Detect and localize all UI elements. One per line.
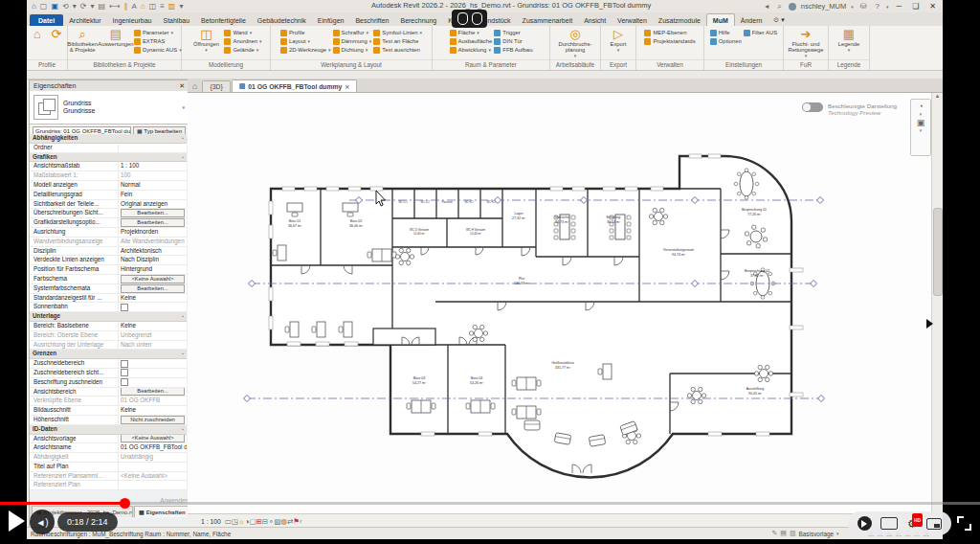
property-button[interactable]: Bearbeiten... xyxy=(121,388,185,397)
toggle-switch[interactable] xyxy=(802,102,823,112)
property-row-ordner[interactable]: Ordner xyxy=(30,144,187,153)
ribbon-button-profile[interactable]: Profile xyxy=(280,29,331,36)
property-row-standardanzeigestil-f-r-[interactable]: Standardanzeigestil für ...Keine xyxy=(30,294,187,304)
tab-zusatzmodule[interactable]: Zusatzmodule xyxy=(653,14,706,26)
property-row-farbschema[interactable]: Farbschema<Keine Auswahl> xyxy=(30,275,187,284)
caret-icon[interactable]: ▾ xyxy=(90,2,94,11)
tab-einf-gen[interactable]: Einfügen xyxy=(312,14,350,26)
ribbon-button-gel-nde[interactable]: Gelände▾ xyxy=(224,46,261,54)
ribbon-button-bibliotheken-projekte[interactable]: ⌕Bibliotheken & Projekte xyxy=(67,27,98,53)
panel-collapse-arrow[interactable] xyxy=(926,319,933,329)
tab-eigenschaften[interactable]: ▦Eigenschaften xyxy=(134,506,190,517)
property-row-referenziert-plansamml-[interactable]: Referenziert Plansamml...<Keine Auswahl> xyxy=(30,472,187,482)
undo-icon[interactable]: ⟲ xyxy=(62,2,69,11)
ribbon-button-projektstandards[interactable]: Projektstandards xyxy=(644,37,695,45)
ribbon-button-filter-aus[interactable]: Filter AUS xyxy=(744,29,778,36)
property-row-abh-ngigkeit[interactable]: AbhängigkeitUnabhängig xyxy=(30,453,187,463)
view-tab-active[interactable]: ▤ 01 OG OKFFB_FBTool dummy ✕ xyxy=(232,79,358,92)
help-icon[interactable]: ? xyxy=(875,2,879,11)
tab-architektur[interactable]: Architektur xyxy=(63,14,106,26)
property-row-position-f-r-farbschema[interactable]: Position für FarbschemaHintergrund xyxy=(30,265,187,275)
video-next-button[interactable] xyxy=(858,516,872,531)
property-checkbox[interactable] xyxy=(121,304,128,311)
restore-button[interactable]: ❏ xyxy=(909,2,922,11)
property-row-ansichtsbereich[interactable]: AnsichtsbereichBearbeiten... xyxy=(30,388,187,397)
property-checkbox[interactable] xyxy=(121,378,128,386)
ribbon-button-ausbaufl-che[interactable]: Ausbaufläche xyxy=(450,37,493,45)
edit-request-icon[interactable]: ✎ xyxy=(771,530,777,537)
ribbon-button-mep-ebenen[interactable]: MEP-Ebenen xyxy=(644,29,695,36)
property-row-referenziert-plan[interactable]: Referenziert Plan xyxy=(30,481,187,490)
property-row-wandverbindungsanzeige[interactable]: WandverbindungsanzeigeAlle Wandverbindun… xyxy=(30,238,187,247)
property-group-grafiken[interactable]: Grafiken▪ xyxy=(30,153,187,163)
navigation-bar[interactable]: ◔ ▾ ▣ ▾ xyxy=(910,99,931,156)
tab-stahlbau[interactable]: Stahlbau xyxy=(157,14,195,26)
ribbon-button--ffnungen[interactable]: ◫Öffnungen▾ xyxy=(189,27,222,53)
thin-lines-icon[interactable]: ▭ xyxy=(225,517,232,526)
scrollbar-thumb[interactable] xyxy=(933,208,943,296)
property-row-ansichtsname[interactable]: Ansichtsname01 OG OKFFB_FBTool du... xyxy=(30,443,187,453)
search-icon[interactable]: ⌕ xyxy=(777,2,781,11)
property-button[interactable]: Bearbeiten... xyxy=(121,209,185,217)
video-play-button[interactable] xyxy=(9,510,25,532)
view-control-bar[interactable]: 1 : 100 ▭◳☼◑▢⊞⊟⚬▧◍⇄⚑‹ xyxy=(188,513,943,528)
worksets-icon[interactable]: ▤ xyxy=(780,530,787,537)
close-button[interactable]: ✕ xyxy=(926,2,939,11)
print-icon[interactable]: ▤ xyxy=(98,2,105,11)
close-view-icon[interactable]: ✕ xyxy=(345,83,349,90)
home-icon[interactable]: ⌂ xyxy=(188,81,202,92)
property-button[interactable]: Bearbeiten... xyxy=(121,284,185,293)
ribbon-button-hilfe[interactable]: Hilfe xyxy=(710,29,742,36)
property-row-ausrichtung-der-unterlage[interactable]: Ausrichtung der UnterlageNach unten xyxy=(30,341,187,351)
measure-icon[interactable]: ⟷ xyxy=(109,2,120,11)
ribbon-button-flucht-und-rettungswege[interactable]: ➔Flucht- und Rettungswege▾ xyxy=(790,27,822,59)
modify-caret[interactable]: ⊙ ▾ xyxy=(768,13,790,26)
video-subtitles-button[interactable] xyxy=(880,517,898,530)
ribbon-button-legende[interactable]: ▦Legende▾ xyxy=(833,27,865,53)
ribbon-button-export[interactable]: ▷Export▾ xyxy=(603,27,634,53)
tab-datei[interactable]: Datei xyxy=(30,14,63,26)
ribbon-button-ffb-aufbau[interactable]: FFB Aufbau xyxy=(494,46,532,54)
text-icon[interactable]: A xyxy=(131,2,136,11)
ribbon-button-text-ausrichten[interactable]: Text ausrichten xyxy=(373,46,422,54)
property-checkbox[interactable] xyxy=(121,369,128,376)
property-button[interactable]: Nicht zuschneiden xyxy=(121,416,185,424)
chevron-icon[interactable]: ‹ xyxy=(300,517,302,526)
property-row-sichtbarkeit-der-teilele-[interactable]: Sichtbarkeit der Teilele...Original anze… xyxy=(30,200,187,210)
section-icon[interactable]: ◫ xyxy=(149,2,157,11)
ribbon-button-trigger[interactable]: Trigger xyxy=(494,29,532,36)
store-icon[interactable]: ⛁ xyxy=(860,2,867,11)
save-icon[interactable]: ▣ xyxy=(51,2,58,11)
tab-verwalten[interactable]: Verwalten xyxy=(612,14,653,26)
collapse-icon[interactable]: ◂ xyxy=(765,2,768,11)
property-row-beschriftung-zuschneiden[interactable]: Beschriftung zuschneiden xyxy=(30,378,187,388)
property-row--berschreibungen-sicht-[interactable]: Überschreibungen Sicht...Bearbeiten... xyxy=(30,209,187,218)
tab--ndern[interactable]: Ändern xyxy=(735,14,768,26)
tab-zusammenarbeit[interactable]: Zusammenarbeit xyxy=(517,14,579,26)
video-volume-button[interactable]: ◄) xyxy=(30,510,55,534)
property-row-zuschneidebereich[interactable]: Zuschneidebereich xyxy=(30,359,187,369)
navbar-caret-icon[interactable]: ▾ xyxy=(920,112,923,117)
property-group-grenzen[interactable]: Grenzen▪ xyxy=(30,350,187,359)
tab-mum[interactable]: MuM xyxy=(706,13,735,26)
workset-dropdown[interactable]: Basisvorlage xyxy=(799,531,835,537)
property-row-bereich-oberste-ebene[interactable]: Bereich: Oberste EbeneUnbegrenzt xyxy=(30,331,187,341)
tab-ansicht[interactable]: Ansicht xyxy=(578,14,612,26)
caret-icon[interactable]: ▾ xyxy=(73,2,77,11)
ribbon-button-profile-sync[interactable]: ⟳ xyxy=(48,27,65,41)
tab-geb-udetechnik[interactable]: Gebäudetechnik xyxy=(252,14,312,26)
ribbon-button-anordnen[interactable]: Anordnen▾ xyxy=(224,37,261,45)
ribbon-button-text-an-fl-che[interactable]: Text an Fläche xyxy=(373,37,422,45)
minimize-button[interactable]: ─ xyxy=(893,2,904,11)
user-caret-icon[interactable]: ▾ xyxy=(851,4,854,10)
video-fullscreen-button[interactable] xyxy=(957,516,971,531)
property-row-ansichtsma-stab[interactable]: Ansichtsmaßstab1 : 100 xyxy=(30,162,187,171)
view3d-icon[interactable]: ⌂ xyxy=(141,2,145,11)
tab-beschriften[interactable]: Beschriften xyxy=(349,14,394,26)
vertical-scrollbar[interactable]: ▲ xyxy=(931,93,943,515)
zoom-region-icon[interactable]: ▣ xyxy=(917,118,925,127)
help-caret-icon[interactable]: ▾ xyxy=(886,4,889,10)
ribbon-button-2d-werkzeuge[interactable]: 2D-Werkzeuge▾ xyxy=(280,46,331,54)
property-group-id-daten[interactable]: ID-Daten▪ xyxy=(30,425,187,435)
user-name[interactable]: nschley_MUM xyxy=(801,2,847,11)
